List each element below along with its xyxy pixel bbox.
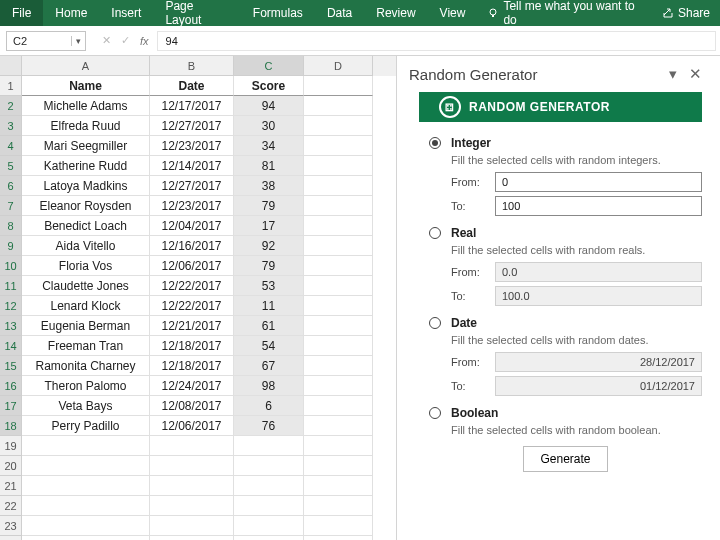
row-header[interactable]: 1	[0, 76, 22, 96]
tab-review[interactable]: Review	[364, 0, 427, 26]
int-to-input[interactable]: 100	[495, 196, 702, 216]
cell[interactable]: 12/23/2017	[150, 136, 234, 156]
cell[interactable]: Floria Vos	[22, 256, 150, 276]
radio-date[interactable]: Date	[429, 316, 702, 330]
tab-file[interactable]: File	[0, 0, 43, 26]
pane-menu-icon[interactable]: ▾	[663, 65, 683, 83]
tab-insert[interactable]: Insert	[99, 0, 153, 26]
col-header-c[interactable]: C	[234, 56, 304, 76]
row-header[interactable]: 2	[0, 96, 22, 116]
close-icon[interactable]: ✕	[683, 65, 708, 83]
cell[interactable]	[22, 476, 150, 496]
cell[interactable]: 12/23/2017	[150, 196, 234, 216]
row-header[interactable]: 24	[0, 536, 22, 540]
cell[interactable]	[22, 456, 150, 476]
tab-pagelayout[interactable]: Page Layout	[153, 0, 240, 26]
cell[interactable]	[150, 436, 234, 456]
row-header[interactable]: 3	[0, 116, 22, 136]
row-header[interactable]: 23	[0, 516, 22, 536]
cell[interactable]	[150, 476, 234, 496]
row-header[interactable]: 19	[0, 436, 22, 456]
cell[interactable]	[304, 156, 373, 176]
row-header[interactable]: 20	[0, 456, 22, 476]
col-header-b[interactable]: B	[150, 56, 234, 76]
cell[interactable]	[304, 416, 373, 436]
int-from-input[interactable]: 0	[495, 172, 702, 192]
row-header[interactable]: 11	[0, 276, 22, 296]
cell[interactable]: 61	[234, 316, 304, 336]
cell[interactable]	[150, 536, 234, 540]
row-header[interactable]: 6	[0, 176, 22, 196]
cell[interactable]: 54	[234, 336, 304, 356]
cell[interactable]: 12/24/2017	[150, 376, 234, 396]
cell[interactable]: 34	[234, 136, 304, 156]
cell[interactable]: 12/27/2017	[150, 116, 234, 136]
cell[interactable]: 17	[234, 216, 304, 236]
select-all-corner[interactable]	[0, 56, 22, 76]
cell[interactable]	[304, 136, 373, 156]
cell[interactable]: Date	[150, 76, 234, 96]
date-from-input[interactable]: 28/12/2017	[495, 352, 702, 372]
cell[interactable]	[304, 256, 373, 276]
cell[interactable]: 98	[234, 376, 304, 396]
col-header-d[interactable]: D	[304, 56, 373, 76]
cell[interactable]: Elfreda Ruud	[22, 116, 150, 136]
row-header[interactable]: 16	[0, 376, 22, 396]
cell[interactable]: 12/18/2017	[150, 356, 234, 376]
cell[interactable]	[304, 296, 373, 316]
row-header[interactable]: 7	[0, 196, 22, 216]
cell[interactable]	[22, 436, 150, 456]
row-header[interactable]: 10	[0, 256, 22, 276]
cell[interactable]: 94	[234, 96, 304, 116]
cell[interactable]: Eugenia Berman	[22, 316, 150, 336]
row-header[interactable]: 13	[0, 316, 22, 336]
cell[interactable]: Eleanor Roysden	[22, 196, 150, 216]
row-header[interactable]: 8	[0, 216, 22, 236]
cell[interactable]: 12/14/2017	[150, 156, 234, 176]
fx-icon[interactable]: fx	[140, 35, 149, 47]
cell[interactable]: Aida Vitello	[22, 236, 150, 256]
col-header-a[interactable]: A	[22, 56, 150, 76]
row-header[interactable]: 4	[0, 136, 22, 156]
cell[interactable]	[150, 516, 234, 536]
cell[interactable]	[304, 176, 373, 196]
cell[interactable]: 12/06/2017	[150, 416, 234, 436]
cell[interactable]: 81	[234, 156, 304, 176]
cell[interactable]	[304, 536, 373, 540]
cell[interactable]: Ramonita Charney	[22, 356, 150, 376]
cell[interactable]: 12/17/2017	[150, 96, 234, 116]
cell[interactable]	[304, 276, 373, 296]
row-header[interactable]: 9	[0, 236, 22, 256]
cell[interactable]: 76	[234, 416, 304, 436]
cell[interactable]	[304, 376, 373, 396]
row-header[interactable]: 5	[0, 156, 22, 176]
cell[interactable]: Claudette Jones	[22, 276, 150, 296]
name-box[interactable]: C2 ▾	[6, 31, 86, 51]
cell[interactable]	[304, 76, 373, 96]
cell[interactable]	[304, 516, 373, 536]
formula-input[interactable]: 94	[157, 31, 716, 51]
real-to-input[interactable]: 100.0	[495, 286, 702, 306]
share-button[interactable]: Share	[652, 6, 720, 20]
cell[interactable]	[234, 496, 304, 516]
real-from-input[interactable]: 0.0	[495, 262, 702, 282]
cell[interactable]	[234, 536, 304, 540]
cell[interactable]: 6	[234, 396, 304, 416]
cell[interactable]: 67	[234, 356, 304, 376]
cell[interactable]: 12/27/2017	[150, 176, 234, 196]
cell[interactable]	[304, 356, 373, 376]
cell[interactable]: Score	[234, 76, 304, 96]
cell[interactable]	[22, 536, 150, 540]
cell[interactable]: Mari Seegmiller	[22, 136, 150, 156]
cell[interactable]: Katherine Rudd	[22, 156, 150, 176]
cell[interactable]: Benedict Loach	[22, 216, 150, 236]
cell[interactable]	[22, 516, 150, 536]
cell[interactable]	[304, 456, 373, 476]
cell[interactable]: 92	[234, 236, 304, 256]
cell[interactable]	[304, 436, 373, 456]
cell[interactable]: Freeman Tran	[22, 336, 150, 356]
cell[interactable]: Veta Bays	[22, 396, 150, 416]
cell[interactable]: 12/22/2017	[150, 276, 234, 296]
row-header[interactable]: 14	[0, 336, 22, 356]
cell[interactable]	[22, 496, 150, 516]
